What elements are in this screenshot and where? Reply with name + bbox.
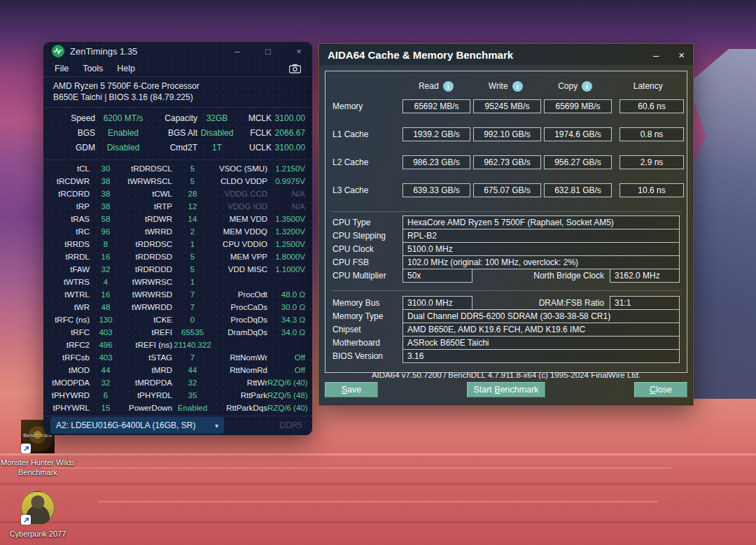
cpu-info-section: CPU Type HexaCore AMD Ryzen 5 7500F (Rap… bbox=[332, 215, 680, 283]
speed-row: Speed 6200 MT/s Capacity 32GB MCLK 3100.… bbox=[50, 111, 305, 126]
shortcut-arrow-icon bbox=[21, 444, 31, 453]
memory-standard-label: DDR5 bbox=[279, 420, 302, 430]
shortcut-arrow-icon bbox=[21, 515, 31, 525]
copy-value: 956.27 GB/s bbox=[544, 155, 612, 169]
nb-clock-value: 3162.0 MHz bbox=[610, 269, 680, 283]
cpu-multiplier-label: CPU Multiplier bbox=[332, 271, 402, 281]
save-button[interactable]: Save bbox=[325, 382, 378, 397]
read-value: 986.23 GB/s bbox=[402, 155, 470, 169]
timing-row: tCL 30 tRDRDSCL 5 VSOC (SMU) 1.2150V bbox=[50, 162, 305, 175]
menu-file[interactable]: File bbox=[55, 64, 69, 73]
latency-value: 10.6 ns bbox=[620, 183, 684, 197]
memory-type-value: Dual Channel DDR5-6200 SDRAM (30-38-38-5… bbox=[402, 309, 680, 323]
benchmark-panel: Read i Write i Copy i Latency Memory 656… bbox=[325, 71, 687, 373]
benchmark-header-row: Read i Write i Copy i Latency bbox=[332, 78, 680, 94]
info-icon[interactable]: i bbox=[512, 81, 523, 92]
minimize-button[interactable]: – bbox=[653, 49, 659, 61]
cpu-multiplier-value: 50x bbox=[402, 269, 472, 283]
menu-help[interactable]: Help bbox=[117, 64, 135, 73]
latency-value: 2.9 ns bbox=[620, 155, 684, 169]
row-label: L1 Cache bbox=[332, 129, 402, 139]
timing-row: tRRDS 8 tRDRDSC 1 CPU VDDIO 1.2500V bbox=[50, 238, 305, 250]
memory-info-section: Memory Bus 3100.0 MHz DRAM:FSB Ratio 31:… bbox=[332, 296, 680, 363]
info-icon[interactable]: i bbox=[443, 81, 454, 92]
icon-label: Cyberpunk 2077 bbox=[0, 529, 76, 539]
desktop-icon-cyberpunk2077[interactable]: Cyberpunk 2077 bbox=[0, 491, 76, 539]
copy-value: 632.81 GB/s bbox=[544, 183, 612, 197]
memory-speed-section: Speed 6200 MT/s Capacity 32GB MCLK 3100.… bbox=[43, 108, 312, 160]
benchmark-results: Memory 65692 MB/s 95245 MB/s 65699 MB/s … bbox=[332, 99, 680, 197]
cpu-name: AMD Ryzen 5 7500F 6-Core Processor bbox=[53, 80, 302, 92]
system-info: AMD Ryzen 5 7500F 6-Core Processor B650E… bbox=[43, 77, 312, 108]
timing-row: tRFC (ns) 130 tCKE 0 ProcDqDs 34.3 Ω bbox=[50, 313, 305, 326]
window-title: AIDA64 Cache & Memory Benchmark bbox=[328, 49, 513, 61]
latency-value: 0.8 ns bbox=[620, 127, 684, 141]
menu-bar: File Tools Help bbox=[43, 60, 312, 77]
timing-row: tRCDRD 38 tCWL 28 VDDG CCD N/A bbox=[50, 187, 305, 200]
write-value: 95245 MB/s bbox=[473, 99, 541, 113]
column-latency: Latency bbox=[616, 81, 680, 91]
zentimings-logo-icon bbox=[52, 45, 64, 57]
dimm-select-value: A2: LD5EU016G-6400LA (16GB, SR) bbox=[56, 420, 195, 430]
benchmark-row: Memory 65692 MB/s 95245 MB/s 65699 MB/s … bbox=[332, 99, 680, 113]
copy-value: 1974.6 GB/s bbox=[544, 127, 612, 141]
memory-bus-label: Memory Bus bbox=[332, 298, 402, 308]
memory-type-label: Memory Type bbox=[332, 311, 402, 321]
timing-row: tFAW 32 tRDRDDD 5 VDD MISC 1.1000V bbox=[50, 263, 305, 276]
board-bios: B650E Taichi | BIOS 3.16 (84.79.225) bbox=[53, 92, 302, 103]
speed-row: GDM Disabled Cmd2T 1T UCLK 3100.00 bbox=[50, 141, 305, 155]
cpu-stepping-value: RPL-B2 bbox=[402, 229, 680, 243]
motherboard-label: Motherboard bbox=[332, 338, 402, 348]
speed-row: BGS Enabled BGS Alt Disabled FCLK 2066.6… bbox=[50, 126, 305, 141]
aida64-titlebar[interactable]: AIDA64 Cache & Memory Benchmark – × bbox=[319, 44, 693, 65]
write-value: 992.10 GB/s bbox=[473, 127, 541, 141]
icon-label: Monster Hunter Wilds Benchmark bbox=[0, 458, 76, 477]
timing-row: tRAS 58 tRDWR 14 MEM VDD 1.3500V bbox=[50, 213, 305, 225]
cpu-fsb-value: 102.0 MHz (original: 100 MHz, overclock:… bbox=[402, 255, 680, 269]
chipset-value: AMD B650E, AMD K19.6 FCH, AMD K19.6 IMC bbox=[402, 323, 680, 337]
screenshot-camera-icon[interactable] bbox=[289, 64, 301, 73]
timing-row: tWR 48 tWRWRDD 7 ProcCaDs 30.0 Ω bbox=[50, 301, 305, 313]
nb-clock-label: North Bridge Clock bbox=[533, 271, 604, 281]
aida64-window: AIDA64 Cache & Memory Benchmark – × Read… bbox=[318, 43, 694, 406]
timing-row: tWTRS 4 tWRWRSC 1 bbox=[50, 276, 305, 288]
timing-row: tRFCsb 403 tSTAG 7 RttNomWr Off bbox=[50, 351, 305, 364]
bios-version-value: 3.16 bbox=[402, 349, 680, 363]
menu-tools[interactable]: Tools bbox=[83, 64, 103, 73]
cpu-clock-value: 5100.0 MHz bbox=[402, 242, 680, 256]
timing-row: tRP 38 tRTP 12 VDDG IOD N/A bbox=[50, 200, 305, 213]
dimm-select-dropdown[interactable]: A2: LD5EU016G-6400LA (16GB, SR) ▾ bbox=[50, 417, 224, 434]
chevron-down-icon: ▾ bbox=[215, 422, 218, 430]
close-button[interactable]: × bbox=[678, 49, 685, 61]
window-title: ZenTimings 1.35 bbox=[70, 46, 137, 57]
timing-row: tRFC 403 tREFI 65535 DramDqDs 34.0 Ω bbox=[50, 326, 305, 339]
info-icon[interactable]: i bbox=[582, 81, 592, 92]
zentimings-window: ZenTimings 1.35 – □ × File Tools Help AM… bbox=[43, 42, 312, 435]
cpu-clock-label: CPU Clock bbox=[332, 244, 402, 254]
maximize-button[interactable]: □ bbox=[263, 46, 273, 57]
row-label: L2 Cache bbox=[332, 157, 402, 167]
minimize-button[interactable]: – bbox=[232, 46, 242, 57]
chipset-label: Chipset bbox=[332, 325, 402, 334]
start-benchmark-button[interactable]: Start Benchmark bbox=[467, 382, 545, 397]
column-write: Write i bbox=[472, 81, 538, 92]
close-button[interactable]: Close bbox=[634, 382, 687, 397]
zentimings-titlebar[interactable]: ZenTimings 1.35 – □ × bbox=[43, 42, 312, 60]
read-value: 65692 MB/s bbox=[402, 99, 470, 113]
timing-row: tPHYWRD 6 tPHYRDL 35 RttPark RZQ/5 (48) bbox=[50, 389, 305, 402]
timing-row: tMODPDA 32 tMRDPDA 32 RttWr RZQ/6 (40) bbox=[50, 376, 305, 389]
benchmark-row: L2 Cache 986.23 GB/s 962.73 GB/s 956.27 … bbox=[332, 155, 680, 169]
dram-fsb-ratio-label: DRAM:FSB Ratio bbox=[539, 298, 604, 308]
latency-value: 60.6 ns bbox=[620, 99, 684, 113]
dram-fsb-ratio-value: 31:1 bbox=[610, 296, 680, 310]
read-value: 639.33 GB/s bbox=[402, 183, 470, 197]
timing-row: tRCDWR 38 tWRWRSCL 5 CLDO VDDP 0.9975V bbox=[50, 175, 305, 187]
write-value: 675.07 GB/s bbox=[473, 183, 541, 197]
benchmark-row: L3 Cache 639.33 GB/s 675.07 GB/s 632.81 … bbox=[332, 183, 680, 197]
bios-version-label: BIOS Version bbox=[332, 351, 402, 361]
cyberpunk2077-shortcut-icon[interactable] bbox=[21, 491, 55, 525]
version-footer: AIDA64 v7.50.7200 / BenchDLL 4.7.911.8-x… bbox=[332, 371, 680, 379]
button-row: Save Start Benchmark Close bbox=[325, 382, 687, 407]
close-button[interactable]: × bbox=[294, 46, 304, 57]
cpu-stepping-label: CPU Stepping bbox=[332, 231, 402, 241]
